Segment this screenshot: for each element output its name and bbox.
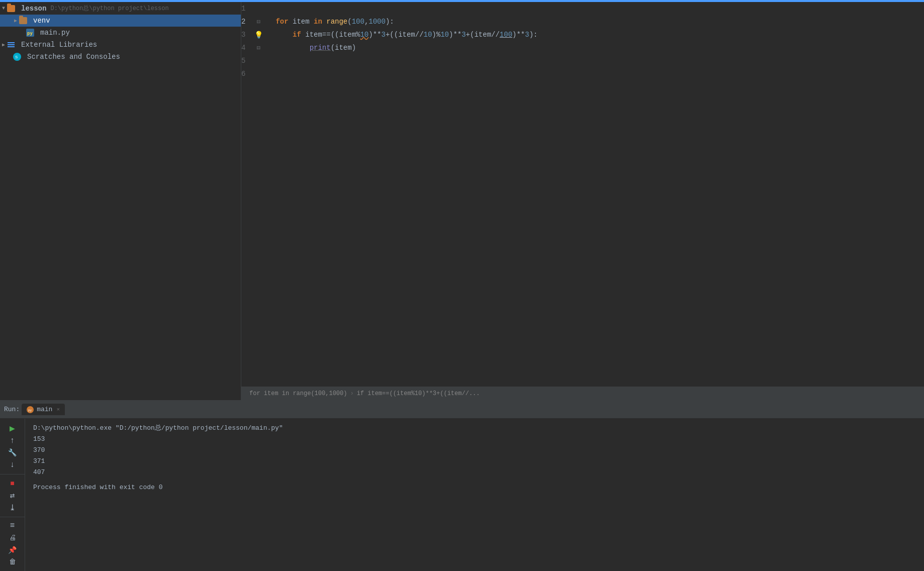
gutter: ⊟ 💡 ⊟ (251, 2, 265, 386)
num-1000: 1000 (368, 15, 386, 28)
code-lines[interactable]: for item in range ( 100 , 1000 ): (265, 2, 924, 386)
run-output[interactable]: D:\python\python.exe "D:/python总/python … (25, 419, 924, 571)
fold-icon-4[interactable]: ⊟ (257, 44, 260, 52)
code-line-4: print ( item ) (275, 41, 924, 54)
run-panel: Run: py main × ▶ ↑ 🔧 ↓ (0, 400, 924, 571)
down-icon: ↓ (10, 460, 15, 469)
plus2: +( (466, 28, 475, 41)
var-item-print: item (335, 41, 352, 54)
finish-line: Process finished with exit code 0 (33, 482, 916, 493)
run-icon: ▶ (10, 423, 15, 434)
up-icon: ↑ (10, 436, 15, 445)
num-3a: 3 (382, 28, 386, 41)
svg-rect-3 (8, 44, 15, 45)
paren1: ( (347, 15, 351, 28)
sidebar-item-scratches[interactable]: S Scratches and Consoles (0, 51, 241, 63)
floordiv1: // (415, 28, 424, 41)
output-line-2: 370 (33, 445, 916, 456)
scroll-up-button[interactable]: ↑ (5, 436, 20, 446)
end3: ): (529, 28, 538, 41)
gutter-2: ⊟ (257, 15, 260, 28)
breadcrumb-part2[interactable]: if item==((item%10)**3+((item//... (357, 390, 480, 397)
sp3 (322, 15, 326, 28)
sidebar-item-external-libraries[interactable]: ▶ External Libraries (0, 39, 241, 51)
num-3c: 3 (525, 28, 529, 41)
code-line-2: for item in range ( 100 , 1000 ): (275, 15, 924, 28)
main-area: ▼ lesson D:\python总\python project\lesso… (0, 2, 924, 400)
svg-rect-4 (8, 46, 15, 47)
breadcrumb-arrow: › (350, 390, 353, 397)
lightbulb-icon[interactable]: 💡 (254, 31, 263, 39)
sp1 (289, 15, 293, 28)
mod1: % (356, 28, 360, 41)
editor-content[interactable]: 1 2 3 4 5 6 ⊟ 💡 ⊟ (241, 2, 924, 386)
expand-arrow-lesson: ▼ (2, 6, 5, 11)
sidebar: ▼ lesson D:\python总\python project\lesso… (0, 2, 241, 400)
python-tab-icon: py (27, 406, 34, 413)
rerun-icon: ⇄ (10, 491, 15, 501)
sidebar-item-lesson[interactable]: ▼ lesson D:\python总\python project\lesso… (0, 2, 241, 15)
fn-range: range (326, 15, 347, 28)
lesson-label: lesson (21, 5, 46, 13)
floordiv2: // (491, 28, 500, 41)
ln-4: 4 (241, 41, 251, 54)
fold-icon-2[interactable]: ⊟ (257, 18, 260, 26)
folder-icon-venv (19, 17, 27, 24)
code-line-1 (275, 2, 924, 15)
print-paren: ( (331, 41, 335, 54)
run-tab-name: main (37, 406, 52, 413)
run-button[interactable]: ▶ (5, 423, 20, 434)
run-label: Run: (4, 406, 20, 413)
pow1: )** (368, 28, 381, 41)
main-py-label: main.py (40, 29, 70, 37)
svg-rect-2 (8, 42, 15, 43)
output-line-4: 407 (33, 467, 916, 478)
command-line: D:\python\python.exe "D:/python总/python … (33, 423, 916, 434)
ln-1: 1 (241, 2, 251, 15)
num-100b: 100 (500, 28, 512, 41)
eq: ==(( (322, 28, 339, 41)
code-line-5 (275, 54, 924, 67)
scroll-end-button[interactable]: ⤓ (5, 503, 20, 513)
var-item2: item (305, 28, 322, 41)
sidebar-item-main-py[interactable]: py main.py (0, 27, 241, 39)
pin-icon: 📌 (8, 546, 17, 554)
run-tabs: Run: py main × (0, 401, 924, 419)
gutter-4: ⊟ (257, 41, 260, 54)
lesson-path: D:\python总\python project\lesson (50, 4, 168, 13)
indent-3 (275, 28, 293, 41)
paren2: ): (386, 15, 394, 28)
stop-button[interactable]: ■ (5, 479, 20, 489)
var-item: item (293, 15, 310, 28)
run-content: ▶ ↑ 🔧 ↓ ■ ⇄ ⤓ ≡ (0, 419, 924, 571)
var-item4: item (398, 28, 415, 41)
print-icon: 🖨 (9, 534, 16, 542)
scroll-down-button[interactable]: ↓ (5, 460, 20, 470)
scratches-icon: S (13, 53, 21, 61)
rerun-button[interactable]: ⇄ (5, 491, 20, 501)
ln-5: 5 (241, 54, 251, 67)
var-item5: item (474, 28, 491, 41)
run-tab-close[interactable]: × (56, 407, 60, 413)
print-button[interactable]: 🖨 (5, 533, 20, 543)
print-paren2: ) (352, 41, 356, 54)
breadcrumb-part1[interactable]: for item in range(100,1000) (249, 390, 347, 397)
run-tab-main[interactable]: py main × (22, 404, 65, 415)
toolbar-divider-2 (0, 517, 25, 517)
ln-6: 6 (241, 67, 251, 80)
sp2 (310, 15, 314, 28)
pow2: )** (449, 28, 461, 41)
ext-lib-label: External Libraries (21, 41, 97, 49)
delete-button[interactable]: 🗑 (5, 557, 20, 567)
wrench-button[interactable]: 🔧 (5, 448, 20, 458)
indent-4 (275, 41, 309, 54)
sp4 (301, 28, 305, 41)
settings-button[interactable]: ≡ (5, 521, 20, 531)
expand-arrow-ext: ▶ (2, 42, 5, 48)
pin-button[interactable]: 📌 (5, 545, 20, 555)
num-10a: 10 (360, 28, 368, 41)
gutter-3: 💡 (254, 28, 263, 41)
sidebar-item-venv[interactable]: ▶ venv (0, 15, 241, 27)
pow3: )** (512, 28, 525, 41)
num-10c: 10 (440, 28, 449, 41)
